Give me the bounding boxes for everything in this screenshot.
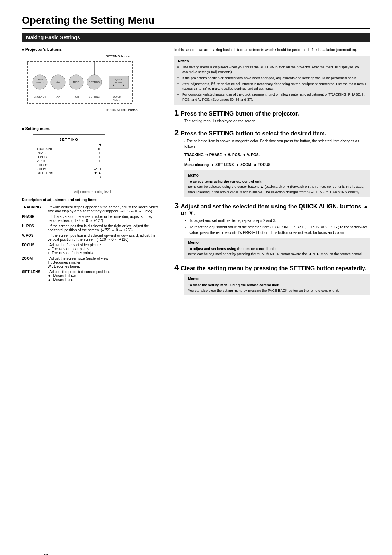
step-4-heading: 4 Clear the setting menu by pressing the…	[174, 264, 370, 272]
svg-text:▲: ▲	[122, 84, 125, 87]
step-3-list: To adjust and set multiple items, repeat…	[184, 218, 370, 235]
menu-value-zoom: W T	[94, 167, 101, 171]
desc-row-phase: PHASE : If characters on the screen flic…	[22, 215, 163, 223]
menu-value-phase: 0	[99, 151, 101, 155]
menu-item-vpos: V.POS.	[37, 159, 47, 163]
menu-item-zoom: ZOOM	[37, 167, 46, 171]
memo-subheading-step4: To clear the setting menu using the remo…	[188, 283, 367, 288]
note-item-1: The setting menu is displayed when you p…	[182, 65, 367, 74]
memo-box-step2: Memo To select items using the remote co…	[184, 170, 370, 197]
svg-text:QUICK: QUICK	[115, 78, 122, 81]
menu-row-vpos: V.POS. 0	[37, 159, 101, 163]
step-3-title: Adjust and set the selected item using t…	[181, 203, 370, 216]
flow-arrow-right: ◄	[253, 162, 256, 167]
flow-zoom: ZOOM	[240, 162, 251, 167]
right-column: In this section, we are making basic pic…	[174, 47, 370, 300]
step-3-body: To adjust and set multiple items, repeat…	[184, 218, 370, 259]
memo-box-step4: Memo To clear the setting menu using the…	[184, 274, 370, 295]
quick-align-label: QUICK ALIGN. button	[80, 108, 163, 112]
svg-text:ALIGN.: ALIGN.	[113, 98, 121, 101]
step-1-number: 1	[174, 109, 179, 117]
menu-item-hpos: H.POS.	[37, 155, 48, 159]
svg-text:GENCY: GENCY	[36, 81, 44, 84]
svg-text:EMER: EMER	[37, 78, 43, 81]
menu-value-focus: –	[99, 163, 101, 167]
flow-focus: FOCUS	[258, 162, 270, 167]
setting-menu-heading: Setting menu	[22, 126, 163, 131]
flow-arrow-3: ➜	[242, 152, 245, 158]
menu-value-vpos: 0	[99, 159, 101, 163]
projector-diagram: EMER GENCY AV RGB SETTING QUICK A	[25, 60, 134, 107]
step-2-heading: 2 Press the SETTING button to select the…	[174, 129, 370, 137]
step-3-item-2: To reset the adjustment value of the sel…	[189, 224, 370, 235]
step-2: 2 Press the SETTING button to select the…	[174, 129, 370, 197]
step-3: 3 Adjust and set the selected item using…	[174, 202, 370, 259]
menu-row-phase: PHASE 0	[37, 151, 101, 155]
desc-row-focus: FOCUS : Adjust the focus of video pictur…	[22, 243, 163, 255]
desc-term-hpos: H. POS.	[22, 224, 45, 232]
adjustment-label: Adjustment・setting level	[22, 190, 163, 194]
flow-menu-clearing: Menu clearing	[184, 162, 209, 167]
step-3-heading: 3 Adjust and set the selected item using…	[174, 202, 370, 216]
desc-def-sift: : Adjusts the projected screen position.…	[48, 270, 163, 282]
desc-def-vpos: : If the screen position is displaced up…	[48, 234, 163, 242]
flow-tracking: TRACKING	[184, 152, 204, 158]
flow-phase: PHASE	[209, 152, 222, 158]
desc-term-tracking: TRACKING	[22, 205, 45, 213]
step-1-title: Press the SETTING button of the projecto…	[181, 110, 299, 117]
desc-term-vpos: V. POS.	[22, 234, 45, 242]
step-4-body: Memo To clear the setting menu using the…	[184, 274, 370, 295]
desc-row-hpos: H. POS. : If the screen position is disp…	[22, 224, 163, 232]
flow-arrow-mid: ◄	[235, 162, 239, 167]
step-3-item-1: To adjust and set multiple items, repeat…	[189, 218, 370, 223]
flow-vpos: V. POS.	[247, 152, 260, 158]
flow-sift-lens: SIFT LENS	[215, 162, 234, 167]
step-2-number: 2	[174, 129, 179, 137]
desc-def-hpos: : If the screen position is displaced to…	[48, 224, 163, 232]
setting-menu-title: SETTING	[37, 138, 101, 141]
description-table: Description of adjustment and setting it…	[22, 198, 163, 282]
flow-arrow-2: ➜	[223, 152, 226, 158]
desc-def-tracking: : If wide vertical stripes appear on the…	[48, 205, 163, 213]
step-4-title: Clear the setting menu by pressing the S…	[181, 265, 366, 272]
step-1-body: The setting menu is displayed on the scr…	[184, 118, 370, 124]
menu-item-focus: FOCUS	[37, 163, 48, 167]
menu-value-sift-lens: ▼ ▲	[94, 171, 101, 175]
svg-text:AV: AV	[57, 96, 60, 98]
step-3-number: 3	[174, 202, 179, 210]
flow-vertical-connectors	[187, 158, 370, 161]
flow-line-1: TRACKING ➜ PHASE ➜ H. POS. ➜ V. POS.	[184, 152, 370, 158]
note-item-3: After adjustments, if further picture ad…	[182, 81, 367, 91]
desc-def-zoom: : Adjust the screen size (angle of view)…	[48, 256, 163, 268]
menu-item-phase: PHASE	[37, 151, 48, 155]
svg-text:SETTING: SETTING	[89, 96, 100, 98]
desc-row-vpos: V. POS. : If the screen position is disp…	[22, 234, 163, 242]
desc-term-phase: PHASE	[22, 215, 45, 223]
svg-text:SETTING: SETTING	[89, 81, 100, 84]
menu-value-tracking: 10	[98, 147, 101, 151]
memo-body-step3: Items can be adjusted or set by pressing…	[188, 251, 367, 256]
desc-def-focus: : Adjust the focus of video picture.–: F…	[48, 243, 163, 255]
notes-title: Notes	[178, 59, 367, 63]
setting-menu-box: SETTING ◄ TRACKING 10 PHASE 0 H.POS. 0	[33, 134, 105, 182]
svg-text:▲: ▲	[112, 84, 115, 87]
menu-item-tracking: TRACKING	[37, 147, 54, 151]
setting-button-label: SETTING button	[73, 54, 163, 58]
memo-box-step3: Memo To adjust and set items using the r…	[184, 238, 370, 259]
menu-row-hpos: H.POS. 0	[37, 155, 101, 159]
step-4-number: 4	[174, 264, 179, 272]
step-1-text: The setting menu is displayed on the scr…	[184, 118, 370, 124]
step-2-body: • The selected item is shown in magenta …	[184, 138, 370, 197]
memo-title-step3: Memo	[188, 240, 367, 245]
note-item-2: If the projector's position or connectio…	[182, 76, 367, 80]
flow-arrow-1: ➜	[205, 152, 208, 158]
flow-line-2: Menu clearing ◄ SIFT LENS ◄ ZOOM ◄ FOCUS	[184, 162, 370, 167]
step-4: 4 Clear the setting menu by pressing the…	[174, 264, 370, 295]
step-2-title: Press the SETTING button to select the d…	[181, 130, 326, 137]
memo-title-step2: Memo	[188, 173, 367, 178]
desc-term-sift: SIFT LENS	[22, 270, 45, 282]
menu-value-hpos: 0	[99, 155, 101, 159]
svg-text:RGB: RGB	[73, 96, 79, 98]
flow-hpos: H. POS.	[228, 152, 241, 158]
page-number: 30	[44, 554, 48, 555]
